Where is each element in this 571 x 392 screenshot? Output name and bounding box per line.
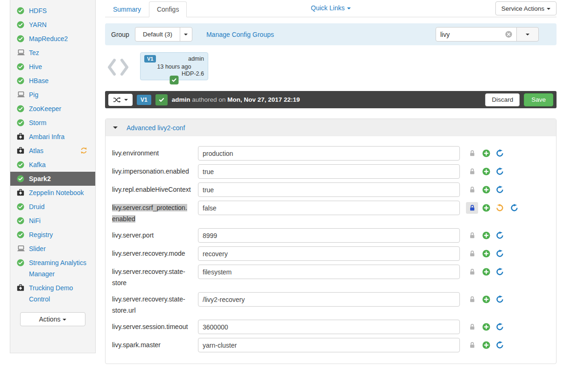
sidebar-item-ambari-infra[interactable]: Ambari Infra xyxy=(10,130,95,144)
save-button[interactable]: Save xyxy=(524,93,553,106)
sidebar-item-label: Zeppelin Notebook xyxy=(29,187,84,198)
set-recommended-icon[interactable] xyxy=(493,250,507,258)
config-value-input[interactable] xyxy=(198,146,460,161)
override-plus-icon[interactable] xyxy=(479,341,493,349)
final-lock-icon[interactable] xyxy=(466,339,478,351)
override-plus-icon[interactable] xyxy=(479,186,493,194)
sidebar-item-trucking-demo-control[interactable]: Trucking Demo Control xyxy=(10,281,95,306)
override-plus-icon[interactable] xyxy=(479,323,493,331)
config-value-input[interactable] xyxy=(198,201,460,215)
config-value-input[interactable] xyxy=(198,338,460,352)
health-ok-icon xyxy=(17,119,25,126)
config-row-actions xyxy=(466,246,507,261)
discard-button[interactable]: Discard xyxy=(485,93,520,106)
group-label: Group xyxy=(111,31,129,38)
group-select-caret-button[interactable] xyxy=(180,27,192,42)
final-lock-icon[interactable] xyxy=(466,266,478,278)
health-ok-icon xyxy=(17,21,25,28)
config-section-title[interactable]: Advanced livy2-conf xyxy=(127,124,185,132)
set-recommended-icon[interactable] xyxy=(507,204,522,212)
set-recommended-icon[interactable] xyxy=(493,168,507,175)
sidebar-item-zookeeper[interactable]: ZooKeeper xyxy=(10,102,95,116)
set-recommended-icon[interactable] xyxy=(493,341,507,349)
set-recommended-icon[interactable] xyxy=(493,186,507,194)
group-select-button[interactable]: Default (3) xyxy=(135,27,180,42)
sidebar-item-nifi[interactable]: NiFi xyxy=(10,214,95,228)
sidebar-item-label: Atlas xyxy=(29,145,43,156)
sidebar-item-registry[interactable]: Registry xyxy=(10,228,95,242)
final-lock-icon[interactable] xyxy=(466,248,478,259)
undo-icon[interactable] xyxy=(493,204,507,212)
config-name-label: livy.​impersonation.​enabled xyxy=(112,164,193,177)
sidebar-item-label: Druid xyxy=(29,201,44,212)
final-lock-icon[interactable] xyxy=(466,321,478,333)
sidebar-item-druid[interactable]: Druid xyxy=(10,200,95,214)
override-plus-icon[interactable] xyxy=(479,168,493,175)
collapse-caret-icon[interactable] xyxy=(113,126,118,129)
set-recommended-icon[interactable] xyxy=(493,295,507,303)
config-row-actions xyxy=(466,338,507,352)
compare-versions-button[interactable] xyxy=(108,94,133,106)
config-filter-input[interactable] xyxy=(436,27,517,42)
health-ok-icon xyxy=(17,63,25,70)
config-value-input[interactable] xyxy=(198,164,460,179)
final-lock-icon[interactable] xyxy=(466,166,478,177)
sidebar-item-tez[interactable]: Tez xyxy=(10,46,95,60)
config-value-input[interactable] xyxy=(198,246,460,261)
final-lock-icon[interactable] xyxy=(466,294,478,305)
override-plus-icon[interactable] xyxy=(479,231,493,239)
actions-button[interactable]: Actions xyxy=(20,312,85,326)
version-toolbar: V1 admin authored on Mon, Nov 27, 2017 2… xyxy=(105,91,557,108)
sidebar-item-yarn[interactable]: YARN xyxy=(10,18,95,32)
previous-version-button[interactable] xyxy=(106,58,117,76)
override-plus-icon[interactable] xyxy=(479,295,493,303)
config-value-input[interactable] xyxy=(198,228,460,243)
health-ok-icon xyxy=(17,259,25,266)
final-lock-icon[interactable] xyxy=(466,202,478,214)
final-lock-icon[interactable] xyxy=(466,147,478,159)
set-recommended-icon[interactable] xyxy=(493,268,507,276)
sidebar-item-zeppelin-notebook[interactable]: Zeppelin Notebook xyxy=(10,186,95,200)
sidebar-item-spark2[interactable]: Spark2 xyxy=(10,172,95,186)
quick-links-dropdown[interactable]: Quick Links xyxy=(311,4,351,12)
override-plus-icon[interactable] xyxy=(479,250,493,258)
sidebar-item-kafka[interactable]: Kafka xyxy=(10,158,95,172)
ambari-service-configs-page: HDFS YARN MapReduce2 Tez Hive xyxy=(0,0,571,392)
clear-filter-icon[interactable] xyxy=(505,31,512,38)
set-recommended-icon[interactable] xyxy=(493,149,507,157)
sidebar-item-storm[interactable]: Storm xyxy=(10,116,95,130)
tab-configs[interactable]: Configs xyxy=(149,1,187,17)
override-plus-icon[interactable] xyxy=(479,268,493,276)
restart-required-icon xyxy=(80,147,87,154)
config-row: livy.​server.​csrf_​protection.​enabled xyxy=(112,201,550,224)
sidebar-item-streaming-analytics-manager[interactable]: Streaming Analytics Manager xyxy=(10,256,95,281)
final-lock-icon[interactable] xyxy=(466,184,478,196)
filter-options-button[interactable] xyxy=(516,27,539,42)
sidebar-item-slider[interactable]: Slider xyxy=(10,242,95,256)
next-version-button[interactable] xyxy=(120,58,130,76)
override-plus-icon[interactable] xyxy=(479,149,493,157)
sidebar-item-hbase[interactable]: HBase xyxy=(10,74,95,88)
health-ok-icon xyxy=(17,175,25,182)
sidebar-item-atlas[interactable]: Atlas xyxy=(10,144,95,158)
manage-config-groups-link[interactable]: Manage Config Groups xyxy=(206,31,274,38)
config-value-input[interactable] xyxy=(198,265,460,279)
tab-summary[interactable]: Summary xyxy=(105,1,149,17)
sidebar-item-mapreduce2[interactable]: MapReduce2 xyxy=(10,32,95,46)
set-recommended-icon[interactable] xyxy=(493,231,507,239)
installed-medkit-icon xyxy=(17,284,25,291)
health-ok-icon xyxy=(17,217,25,224)
config-row-actions xyxy=(466,320,507,334)
sidebar-item-hive[interactable]: Hive xyxy=(10,60,95,74)
installed-medkit-icon xyxy=(17,189,25,196)
set-recommended-icon[interactable] xyxy=(493,323,507,331)
version-card[interactable]: V1 admin 13 hours ago HDP-2.6 xyxy=(140,52,208,80)
override-plus-icon[interactable] xyxy=(479,204,493,212)
sidebar-item-pig[interactable]: Pig xyxy=(10,88,95,102)
final-lock-icon[interactable] xyxy=(466,230,478,241)
config-value-input[interactable] xyxy=(198,320,460,334)
config-value-input[interactable] xyxy=(198,182,460,197)
service-actions-button[interactable]: Service Actions xyxy=(495,1,557,15)
sidebar-item-hdfs[interactable]: HDFS xyxy=(10,4,95,18)
config-value-input[interactable] xyxy=(198,292,460,307)
